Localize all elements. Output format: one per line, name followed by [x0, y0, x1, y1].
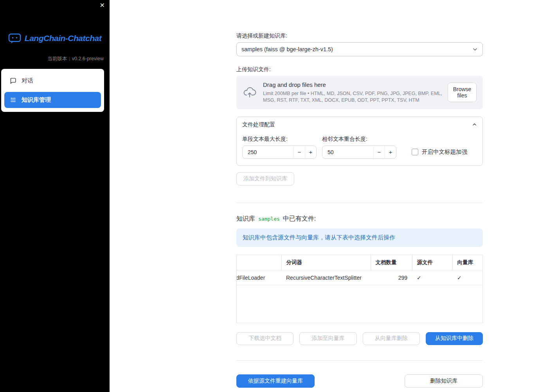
sidebar-item-knowledge-base[interactable]: 知识库管理	[4, 92, 101, 108]
sidebar-item-label: 对话	[22, 77, 33, 85]
expander-header[interactable]: 文件处理配置	[237, 117, 482, 133]
overlap-size-label: 相邻文本重合长度:	[322, 136, 396, 143]
divider	[236, 360, 483, 361]
table-header-splitter[interactable]: 分词器	[281, 255, 371, 270]
kb-existing-prefix: 知识库	[236, 215, 255, 223]
info-banner: 知识库中包含源文件与向量库，请从下表中选择文件后操作	[236, 228, 483, 247]
overlap-size-input[interactable]: 50 − +	[322, 146, 396, 159]
zh-title-enhance-checkbox[interactable]: 开启中文标题加强	[412, 148, 467, 156]
app-title: LangChain-Chatchat	[25, 34, 101, 43]
kb-footer-buttons: 依据源文件重建向量库 删除知识库	[236, 374, 483, 388]
dropzone-text: Drag and drop files here Limit 200MB per…	[263, 81, 448, 104]
sidebar-menu: 对话 知识库管理	[1, 69, 104, 112]
kb-existing-suffix: 中已有文件:	[283, 215, 316, 223]
checkbox-box[interactable]	[412, 149, 418, 155]
overlap-size-value: 50	[322, 149, 373, 155]
plus-stepper-button[interactable]: +	[385, 146, 396, 158]
table-header-row: 文档加载器 分词器 文档数量 源文件 向量库	[236, 255, 483, 270]
version-label: 当前版本：v0.2.6-preview	[0, 56, 110, 62]
plus-stepper-button[interactable]: +	[305, 146, 316, 158]
add-to-vector-store-button[interactable]: 添加至向量库	[299, 332, 356, 345]
download-selected-button[interactable]: 下载选中文档	[236, 332, 293, 345]
checkbox-label: 开启中文标题加强	[422, 148, 467, 156]
upload-label: 上传知识文件:	[236, 66, 483, 73]
close-icon: ✕	[100, 2, 105, 9]
kb-select-dropdown[interactable]: samples (faiss @ bge-large-zh-v1.5)	[236, 42, 483, 56]
table-header-loader[interactable]: 文档加载器	[236, 255, 281, 270]
upload-limit-text: Limit 200MB per file • HTML, MD, JSON, C…	[263, 90, 448, 104]
main-content: 请选择或新建知识库: samples (faiss @ bge-large-zh…	[236, 0, 483, 388]
table-row[interactable]: UnstructuredFileLoader RecursiveCharacte…	[236, 270, 483, 285]
remove-from-vector-store-button[interactable]: 从向量库删除	[363, 332, 420, 345]
cell-loader[interactable]: UnstructuredFileLoader	[236, 270, 281, 285]
delete-kb-button[interactable]: 删除知识库	[405, 374, 483, 388]
delete-from-kb-button[interactable]: 从知识库中删除	[426, 332, 483, 345]
chevron-up-icon	[472, 122, 477, 127]
file-action-buttons: 下载选中文档 添加至向量库 从向量库删除 从知识库中删除	[236, 332, 483, 345]
cell-doc-count[interactable]: 299	[371, 270, 412, 285]
chevron-down-icon	[472, 47, 478, 52]
sidebar-close-button[interactable]: ✕	[100, 2, 105, 9]
chat-logo-icon	[8, 33, 22, 44]
divider	[236, 203, 483, 203]
kb-select-label: 请选择或新建知识库:	[236, 32, 483, 40]
chunk-size-label: 单段文本最大长度:	[242, 136, 317, 143]
chunk-size-value: 250	[243, 149, 293, 155]
add-files-to-kb-button[interactable]: 添加文件到知识库	[236, 172, 294, 185]
expander-body: 单段文本最大长度: 250 − + 相邻文本重合长度: 50 − + 开启中文标…	[237, 133, 482, 165]
sidebar-item-label: 知识库管理	[22, 96, 51, 104]
file-config-expander: 文件处理配置 单段文本最大长度: 250 − + 相邻文本重合长度: 50	[236, 117, 483, 166]
kb-files-table[interactable]: 文档加载器 分词器 文档数量 源文件 向量库 UnstructuredFileL…	[236, 255, 483, 323]
kb-select-value: samples (faiss @ bge-large-zh-v1.5)	[241, 46, 333, 52]
cell-vector-check[interactable]: ✓	[452, 270, 483, 285]
cell-splitter[interactable]: RecursiveCharacterTextSplitter	[281, 270, 371, 285]
file-dropzone[interactable]: Drag and drop files here Limit 200MB per…	[236, 76, 483, 109]
list-stack-icon	[10, 97, 16, 103]
cell-source-check[interactable]: ✓	[412, 270, 452, 285]
expander-title: 文件处理配置	[242, 121, 275, 128]
chunk-size-input[interactable]: 250 − +	[242, 146, 317, 159]
cloud-upload-icon	[243, 86, 257, 98]
table-header-source[interactable]: 源文件	[412, 255, 452, 270]
browse-files-button[interactable]: Browse files	[448, 83, 477, 102]
chat-bubble-icon	[10, 77, 16, 84]
minus-stepper-button[interactable]: −	[373, 146, 385, 158]
overlap-size-field: 相邻文本重合长度: 50 − +	[322, 136, 396, 159]
sidebar: ✕ LangChain-Chatchat 当前版本：v0.2.6-preview…	[0, 0, 110, 392]
drag-drop-text: Drag and drop files here	[263, 81, 448, 88]
chunk-size-field: 单段文本最大长度: 250 − +	[242, 136, 317, 159]
table-header-vector[interactable]: 向量库	[452, 255, 483, 270]
app-logo: LangChain-Chatchat	[0, 33, 110, 44]
kb-existing-files-line: 知识库 samples 中已有文件:	[236, 215, 483, 223]
kb-name-code: samples	[258, 216, 280, 222]
sidebar-item-dialogue[interactable]: 对话	[4, 73, 101, 89]
minus-stepper-button[interactable]: −	[293, 146, 305, 158]
rebuild-vector-store-button[interactable]: 依据源文件重建向量库	[236, 374, 315, 388]
table-header-doc-count[interactable]: 文档数量	[371, 255, 412, 270]
